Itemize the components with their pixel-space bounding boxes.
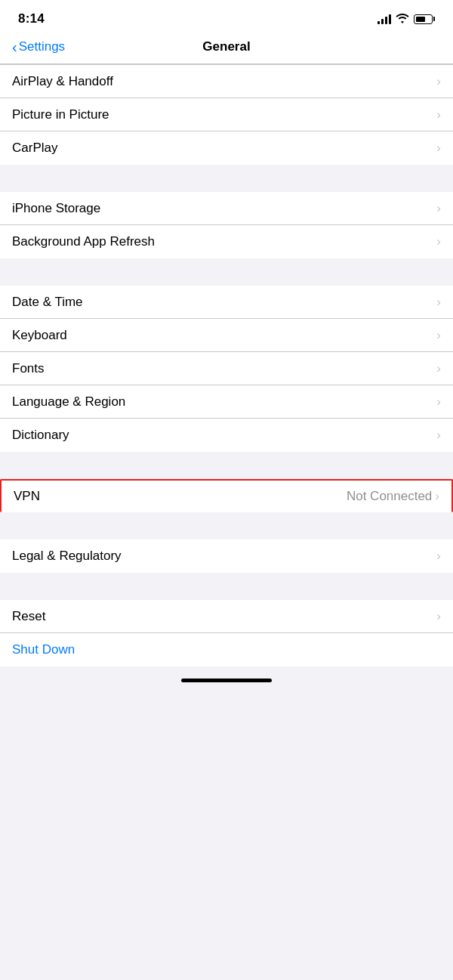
- chevron-right-icon: ›: [436, 609, 441, 624]
- nav-bar: ‹ Settings General: [0, 33, 453, 64]
- sidebar-item-date-time[interactable]: Date & Time ›: [0, 286, 453, 319]
- chevron-right-icon: ›: [436, 361, 441, 376]
- group-storage: iPhone Storage › Background App Refresh …: [0, 192, 453, 258]
- back-chevron-icon: ‹: [12, 39, 17, 54]
- separator-4: [0, 512, 453, 539]
- page-title: General: [202, 39, 250, 54]
- separator-3: [0, 452, 453, 479]
- group-datetime-list: Date & Time › Keyboard › Fonts › Languag…: [0, 286, 453, 452]
- chevron-right-icon: ›: [436, 201, 441, 216]
- language-region-label: Language & Region: [12, 394, 125, 410]
- chevron-right-icon: ›: [436, 428, 441, 443]
- legal-regulatory-label: Legal & Regulatory: [12, 549, 122, 564]
- chevron-right-icon: ›: [436, 234, 441, 249]
- shut-down-label: Shut Down: [12, 642, 75, 657]
- sidebar-item-carplay[interactable]: CarPlay ›: [0, 131, 453, 165]
- home-indicator: [0, 666, 453, 694]
- status-icons: [378, 13, 435, 26]
- fonts-label: Fonts: [12, 361, 45, 376]
- carplay-label: CarPlay: [12, 141, 57, 156]
- sidebar-item-picture-in-picture[interactable]: Picture in Picture ›: [0, 98, 453, 131]
- sidebar-item-fonts[interactable]: Fonts ›: [0, 352, 453, 385]
- sidebar-item-background-app-refresh[interactable]: Background App Refresh ›: [0, 225, 453, 258]
- chevron-right-icon: ›: [436, 107, 441, 122]
- back-button[interactable]: ‹ Settings: [12, 39, 65, 54]
- vpn-label: VPN: [14, 489, 40, 504]
- iphone-storage-label: iPhone Storage: [12, 201, 100, 216]
- sidebar-item-vpn[interactable]: VPN Not Connected ›: [0, 479, 453, 512]
- date-time-label: Date & Time: [12, 295, 83, 310]
- wifi-icon: [396, 13, 409, 26]
- status-time: 8:14: [18, 11, 45, 26]
- chevron-right-icon: ›: [436, 328, 441, 343]
- home-bar: [181, 679, 272, 682]
- group-vpn: VPN Not Connected ›: [0, 479, 453, 512]
- chevron-right-icon: ›: [435, 489, 439, 504]
- group-legal: Legal & Regulatory ›: [0, 539, 453, 573]
- sidebar-item-legal-regulatory[interactable]: Legal & Regulatory ›: [0, 539, 453, 573]
- sidebar-item-language-region[interactable]: Language & Region ›: [0, 385, 453, 419]
- reset-label: Reset: [12, 609, 45, 624]
- background-app-refresh-label: Background App Refresh: [12, 234, 155, 249]
- chevron-right-icon: ›: [436, 394, 441, 410]
- signal-icon: [378, 14, 391, 24]
- group-handoff: AirPlay & Handoff › Picture in Picture ›…: [0, 65, 453, 165]
- sidebar-item-iphone-storage[interactable]: iPhone Storage ›: [0, 192, 453, 225]
- picture-in-picture-label: Picture in Picture: [12, 107, 109, 122]
- group-reset: Reset › Shut Down: [0, 600, 453, 666]
- separator-1: [0, 165, 453, 192]
- group-legal-list: Legal & Regulatory ›: [0, 539, 453, 573]
- sidebar-item-shut-down[interactable]: Shut Down: [0, 633, 453, 666]
- separator-5: [0, 573, 453, 600]
- group-storage-list: iPhone Storage › Background App Refresh …: [0, 192, 453, 258]
- chevron-right-icon: ›: [436, 549, 441, 564]
- group-handoff-list: AirPlay & Handoff › Picture in Picture ›…: [0, 65, 453, 165]
- battery-icon: [414, 14, 435, 24]
- sidebar-item-dictionary[interactable]: Dictionary ›: [0, 419, 453, 452]
- group-vpn-list: VPN Not Connected ›: [0, 479, 453, 512]
- vpn-status: Not Connected: [347, 489, 432, 504]
- sidebar-item-reset[interactable]: Reset ›: [0, 600, 453, 633]
- sidebar-item-keyboard[interactable]: Keyboard ›: [0, 319, 453, 352]
- separator-2: [0, 258, 453, 286]
- chevron-right-icon: ›: [436, 295, 441, 310]
- airplay-handoff-label: AirPlay & Handoff: [12, 74, 113, 89]
- sidebar-item-airplay-handoff[interactable]: AirPlay & Handoff ›: [0, 65, 453, 98]
- dictionary-label: Dictionary: [12, 428, 69, 443]
- group-datetime: Date & Time › Keyboard › Fonts › Languag…: [0, 286, 453, 452]
- group-reset-list: Reset › Shut Down: [0, 600, 453, 666]
- back-label: Settings: [19, 39, 65, 54]
- status-bar: 8:14: [0, 0, 453, 33]
- keyboard-label: Keyboard: [12, 328, 67, 343]
- chevron-right-icon: ›: [436, 74, 441, 89]
- chevron-right-icon: ›: [436, 141, 441, 156]
